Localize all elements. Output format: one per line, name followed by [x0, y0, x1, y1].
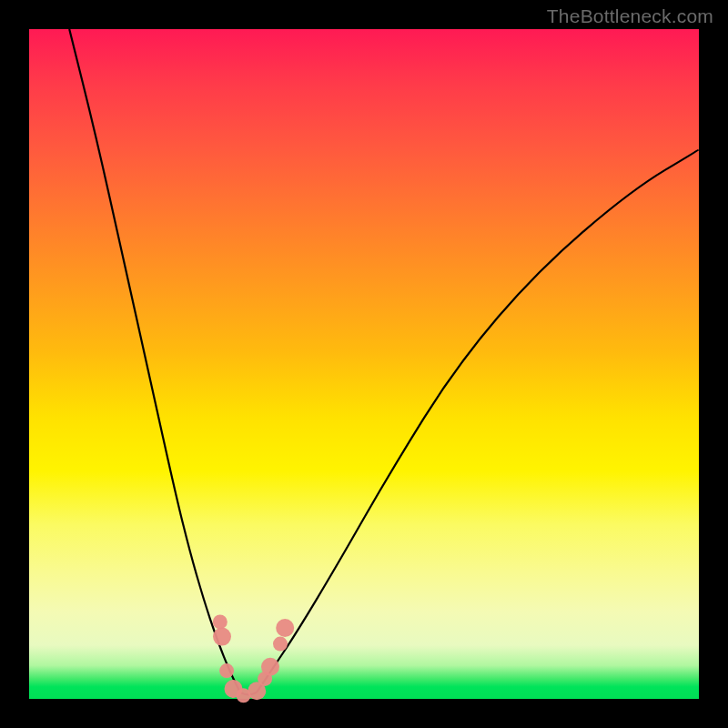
marker-dot	[261, 658, 279, 676]
marker-dot	[213, 614, 228, 629]
curve-layer	[29, 29, 699, 699]
curve-right-branch	[257, 150, 699, 693]
marker-dot	[276, 619, 294, 637]
plot-area	[29, 29, 699, 699]
marker-dot	[213, 628, 231, 646]
marker-dot	[273, 637, 288, 652]
watermark-text: TheBottleneck.com	[547, 5, 713, 27]
chart-wrapper: TheBottleneck.com	[0, 0, 728, 728]
curve-left-branch	[69, 29, 240, 693]
marker-dot	[219, 663, 234, 678]
